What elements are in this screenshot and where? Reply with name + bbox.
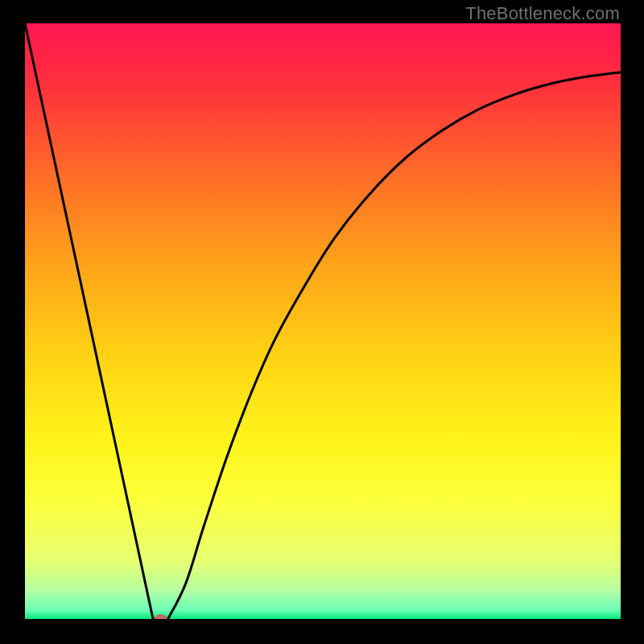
chart-gradient-bg bbox=[25, 23, 621, 619]
watermark-text: TheBottleneck.com bbox=[465, 3, 620, 24]
chart-frame bbox=[25, 23, 621, 619]
bottleneck-chart bbox=[25, 23, 621, 619]
